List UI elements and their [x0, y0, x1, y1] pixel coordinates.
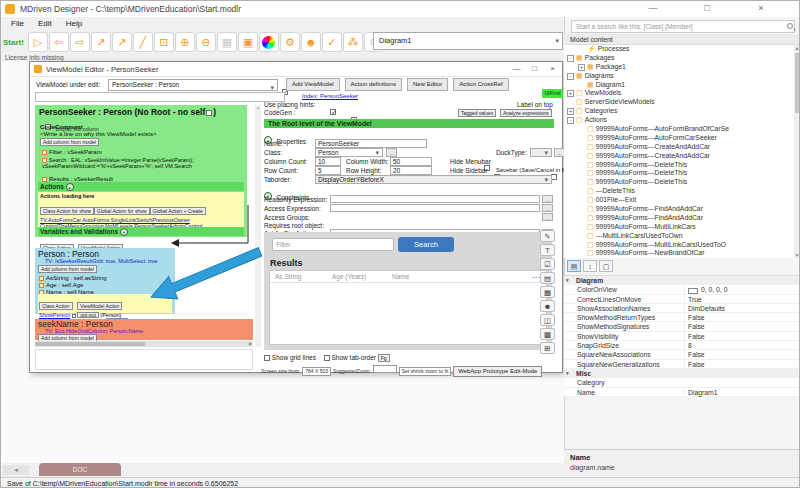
- zoom-out-icon[interactable]: ⊖: [196, 32, 216, 52]
- class-ellipsis-button[interactable]: ...: [386, 148, 397, 157]
- column-count-input[interactable]: 10: [315, 157, 341, 166]
- fg-button[interactable]: Fg: [378, 354, 390, 362]
- preview-filter-input[interactable]: [272, 238, 394, 251]
- start-button[interactable]: Start!: [3, 38, 24, 47]
- viewmodel-filter-input[interactable]: [35, 92, 285, 102]
- left-panel-scrollbar[interactable]: ▲: [255, 105, 261, 347]
- tree-item[interactable]: ▢99999AutoForms---DeleteThis: [564, 161, 794, 170]
- set-shrink-zoom-button[interactable]: Set shrink zoom to fit: [399, 367, 452, 376]
- viewmodel-action-button[interactable]: ViewModel Action: [77, 302, 122, 310]
- add-viewmodel-button[interactable]: Add ViewModel: [286, 78, 340, 91]
- ColorOnView[interactable]: ColorOnView 0, 0, 0, 0: [564, 285, 800, 294]
- name-input[interactable]: PersonSeeker: [315, 139, 427, 148]
- action-template-button[interactable]: Class Action for show: [40, 207, 94, 215]
- class-action-button[interactable]: Class Action: [39, 302, 73, 310]
- column-width-input[interactable]: 50: [390, 157, 432, 166]
- menu-item[interactable]: Help: [66, 17, 82, 30]
- viewmodel-root-panel[interactable]: PersonSeeker : Person (No Root - no self…: [35, 105, 247, 237]
- attribute-row[interactable]: Age : self.Age: [39, 282, 107, 289]
- combobox-icon[interactable]: ▤: [540, 272, 555, 284]
- diagram-select[interactable]: Diagram1 ▾: [373, 32, 563, 50]
- index-link[interactable]: Index: PersonSeeker: [302, 93, 358, 99]
- maximize-button[interactable]: □: [693, 1, 721, 16]
- editor-minimize-button[interactable]: —: [508, 62, 525, 76]
- doc-tab[interactable]: DOC: [39, 463, 121, 476]
- tree-item[interactable]: -▦Diagrams: [564, 72, 794, 81]
- tab-scroll-left-button[interactable]: ◄: [3, 465, 29, 475]
- row-height-input[interactable]: 20: [390, 166, 432, 175]
- property-pages-icon[interactable]: ▢: [599, 260, 613, 272]
- nav-back-icon[interactable]: ⇦: [49, 32, 69, 52]
- nav-forward-icon[interactable]: ⇨: [70, 32, 90, 52]
- expand-icon[interactable]: ▼: [120, 228, 128, 236]
- editor-maximize-button[interactable]: □: [526, 62, 543, 76]
- class-select[interactable]: Person▾: [315, 148, 383, 157]
- tree-item[interactable]: -▦Packages: [564, 54, 794, 63]
- use-placing-hints-checkbox[interactable]: [330, 109, 336, 115]
- taborder-select[interactable]: DisplayOrderYBeforeX▾: [315, 175, 552, 184]
- run-play-icon[interactable]: ▷: [28, 32, 48, 52]
- zoom-in-icon[interactable]: ⊕: [175, 32, 195, 52]
- action-crossref-button[interactable]: Action CrossRef: [453, 78, 508, 91]
- text-icon[interactable]: T: [540, 244, 555, 256]
- tree-item[interactable]: -▢Actions: [564, 116, 794, 125]
- table-icon[interactable]: ⊞: [540, 342, 555, 354]
- show-action-checkbox[interactable]: [72, 314, 76, 318]
- analyze-expressions-button[interactable]: Analyze expressions: [500, 109, 552, 117]
- viewmodel-under-edit-select[interactable]: PersonSeeker : Person ▾: [108, 79, 278, 91]
- tree-item[interactable]: +▢ViewModels: [564, 89, 794, 98]
- results-table[interactable]: As String Age (Years) Name ...: [269, 270, 547, 345]
- tree-expander[interactable]: -: [567, 73, 574, 80]
- collapse-icon[interactable]: ▲: [66, 183, 74, 191]
- left-horizontal-scrollbar[interactable]: ▶: [35, 341, 253, 347]
- tree-item[interactable]: ▢99999AutoForms---CreateAndAddCar: [564, 152, 794, 161]
- tree-item[interactable]: ▢001File---Exit: [564, 196, 794, 205]
- action-template-button[interactable]: Global Action + Create: [150, 207, 206, 215]
- action-definitions-button[interactable]: Action definitions: [345, 78, 402, 91]
- webapp-prototype-button[interactable]: WebApp Prototype Edit-Mode: [453, 366, 542, 377]
- show-grid-lines-checkbox[interactable]: [264, 355, 270, 361]
- column-header[interactable]: Name: [392, 273, 409, 280]
- menu-item[interactable]: Edit: [38, 17, 52, 30]
- no-self-checkbox[interactable]: [206, 110, 212, 116]
- tree-item[interactable]: ▢99999AutoForms---CreateAndAddCar: [564, 143, 794, 152]
- tree-expander[interactable]: -: [567, 117, 574, 124]
- validate-icon[interactable]: ✓: [322, 32, 342, 52]
- column-header[interactable]: Age (Years): [332, 273, 366, 280]
- editor-close-button[interactable]: ×: [544, 62, 561, 76]
- access-expression-ellipsis-button[interactable]: ...: [542, 204, 553, 212]
- tree-item[interactable]: ▢99999AutoForms---NewBrandOfCar: [564, 249, 794, 258]
- menu-item[interactable]: File: [11, 17, 24, 30]
- SquareNewGeneralizations[interactable]: SquareNewGeneralizations False: [564, 360, 800, 369]
- tree-item[interactable]: ⚡Processes: [564, 45, 794, 54]
- CorrectLinesOnMove[interactable]: CorrectLinesOnMove True: [564, 295, 800, 304]
- tree-expander[interactable]: -: [567, 55, 574, 62]
- person-grid-panel[interactable]: Person : Person TV: IsSeekerResultGrid: …: [35, 248, 175, 314]
- action-template-button[interactable]: Global Action for show: [94, 207, 150, 215]
- minimize-button[interactable]: —: [639, 1, 667, 16]
- graph-icon[interactable]: ⁂: [343, 32, 363, 52]
- categorized-icon[interactable]: ▤: [567, 260, 581, 272]
- tree-item[interactable]: ▢---DeleteThis: [564, 187, 794, 196]
- tree-item[interactable]: ▢99999AutoForms---FindAndAddCar: [564, 205, 794, 214]
- tree-item[interactable]: ▢ServerSideViewModels: [564, 98, 794, 107]
- ducktype-select[interactable]: ▾: [530, 148, 552, 157]
- tree-item[interactable]: +▢Categories: [564, 107, 794, 116]
- tree-item[interactable]: ▢---MultiLinkCarsIUsedToOwn: [564, 232, 794, 241]
- ShowVisibility[interactable]: ShowVisibility False: [564, 332, 800, 341]
- tree-item[interactable]: ▢99999AutoForms---MultiLinkCars: [564, 223, 794, 232]
- edit-icon[interactable]: ✎: [540, 230, 555, 242]
- access-expression-input[interactable]: [330, 204, 540, 212]
- seekname-panel[interactable]: seekName : Person TV: Eco.HideGridColumn…: [35, 319, 253, 340]
- pointer-alt-icon[interactable]: ↗: [112, 32, 132, 52]
- tree-scrollbar[interactable]: ▲ ▼: [794, 45, 800, 258]
- readonly-expression-input[interactable]: [330, 195, 540, 203]
- Diagram[interactable]: ▾ Diagram: [564, 276, 800, 285]
- attribute-row[interactable]: AsString : self.asString: [39, 275, 107, 282]
- tree-expander[interactable]: +: [578, 64, 585, 71]
- copy-diagram-icon[interactable]: ▣: [238, 32, 258, 52]
- color-wheel-icon[interactable]: [259, 32, 279, 52]
- add-column-button[interactable]: Add column from model: [40, 138, 99, 146]
- suggested-zoom-input[interactable]: [373, 365, 397, 373]
- preview-search-button[interactable]: Search: [398, 237, 454, 252]
